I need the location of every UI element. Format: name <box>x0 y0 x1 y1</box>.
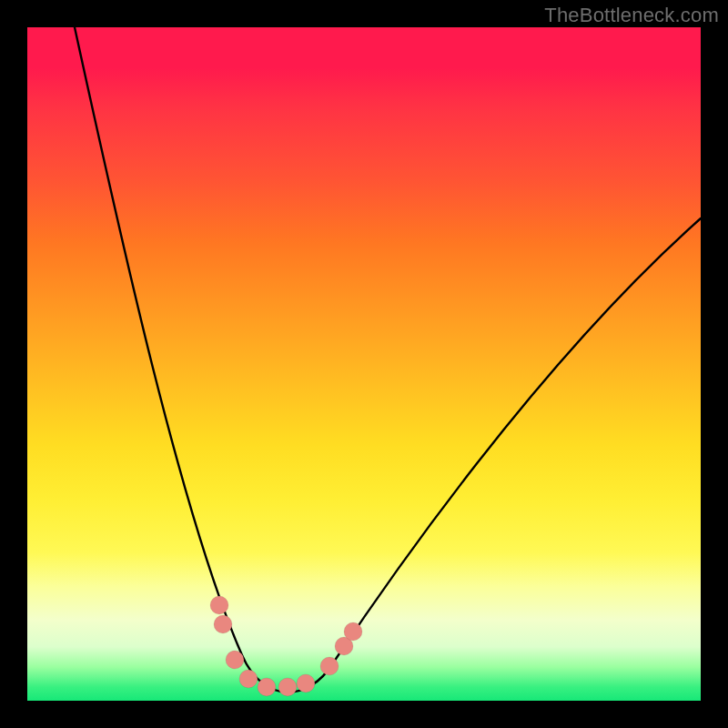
marker-dot <box>297 674 315 693</box>
chart-plot-area <box>27 27 701 701</box>
marker-dot <box>278 678 297 696</box>
highlight-markers <box>210 596 362 696</box>
marker-dot <box>258 678 276 696</box>
marker-dot <box>320 657 339 675</box>
watermark-text: TheBottleneck.com <box>544 4 719 27</box>
chart-svg <box>27 27 701 701</box>
marker-dot <box>344 622 362 641</box>
marker-dot <box>226 651 244 669</box>
marker-dot <box>210 596 228 614</box>
bottleneck-curve <box>75 27 701 693</box>
marker-dot <box>214 615 232 633</box>
marker-dot <box>239 670 258 688</box>
